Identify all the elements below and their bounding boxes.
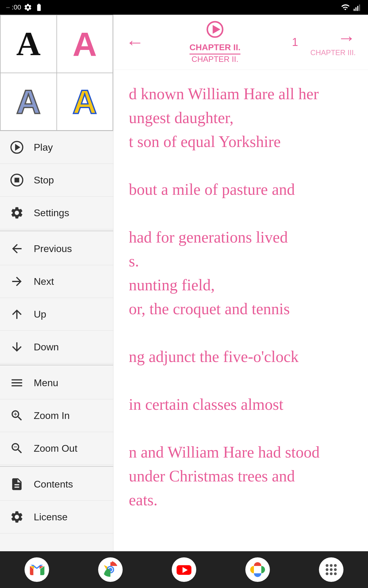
up-label: Up <box>34 309 46 320</box>
sidebar-item-previous[interactable]: Previous <box>0 232 113 265</box>
svg-point-24 <box>326 572 328 575</box>
previous-label: Previous <box>34 243 72 254</box>
sidebar-item-play[interactable]: Play <box>0 131 113 164</box>
svg-rect-0 <box>354 9 355 11</box>
zoom-in-label: Zoom In <box>34 410 70 421</box>
stop-icon <box>9 172 25 188</box>
nav-forward-arrow[interactable]: → <box>337 27 356 48</box>
settings-icon <box>9 205 25 221</box>
gmail-app-icon[interactable] <box>25 557 49 582</box>
page-number: 1 <box>286 36 304 49</box>
svg-point-19 <box>330 564 333 567</box>
photos-app-icon[interactable] <box>245 557 270 582</box>
svg-point-21 <box>326 568 328 571</box>
sidebar-item-zoom-out[interactable]: Zoom Out <box>0 432 113 465</box>
svg-point-18 <box>326 564 328 567</box>
svg-point-20 <box>334 564 337 567</box>
sidebar-item-up[interactable]: Up <box>0 298 113 331</box>
divider-1 <box>0 231 113 231</box>
content-area: ← CHAPTER II. CHAPTER II. 1 → CHAPTER II… <box>113 15 368 551</box>
sidebar-item-zoom-in[interactable]: Zoom In <box>0 399 113 432</box>
settings-label: Settings <box>34 207 69 219</box>
apps-grid-icon[interactable] <box>319 557 343 582</box>
svg-rect-7 <box>15 178 19 182</box>
chrome-app-icon[interactable] <box>98 557 123 582</box>
font-grid: A A A A <box>0 15 113 131</box>
menu-icon <box>9 375 25 390</box>
youtube-app-icon[interactable] <box>172 557 196 582</box>
sidebar-item-license[interactable]: License <box>0 501 113 533</box>
sidebar-item-menu[interactable]: Menu <box>0 367 113 399</box>
previous-icon <box>9 241 25 256</box>
font-letter-pink: A <box>73 24 97 63</box>
font-cell-black[interactable]: A <box>0 15 57 73</box>
up-icon <box>9 307 25 322</box>
sidebar-item-settings[interactable]: Settings <box>0 197 113 229</box>
reading-content: d known William Hare all her ungest daug… <box>113 70 368 551</box>
sidebar: A A A A Play <box>0 15 113 551</box>
contents-label: Contents <box>34 479 73 490</box>
reading-text: d known William Hare all her ungest daug… <box>129 82 353 512</box>
zoom-out-icon <box>9 441 25 456</box>
divider-2 <box>0 365 113 365</box>
nav-play-button[interactable] <box>206 20 224 43</box>
font-letter-blue-outline: A <box>16 82 40 121</box>
battery-status-icon <box>35 3 43 12</box>
sidebar-item-stop[interactable]: Stop <box>0 164 113 197</box>
svg-rect-2 <box>357 6 358 11</box>
top-nav: ← CHAPTER II. CHAPTER II. 1 → CHAPTER II… <box>113 15 368 70</box>
zoom-in-icon <box>9 408 25 423</box>
chapter-label: CHAPTER II. <box>190 43 240 55</box>
next-label: Next <box>34 276 54 287</box>
menu-section: Play Stop Settings <box>0 131 113 551</box>
font-letter-black: A <box>16 24 40 63</box>
font-cell-blue-outline[interactable]: A <box>0 73 57 131</box>
sidebar-item-contents[interactable]: Contents <box>0 468 113 501</box>
svg-point-23 <box>334 568 337 571</box>
bottom-bar <box>0 551 368 588</box>
zoom-out-label: Zoom Out <box>34 443 77 454</box>
play-icon <box>9 140 25 155</box>
license-icon <box>9 509 25 525</box>
main-layout: A A A A Play <box>0 15 368 551</box>
svg-point-25 <box>330 572 333 575</box>
status-bar: ·· :00 <box>0 0 368 15</box>
contents-icon <box>9 477 25 492</box>
svg-point-17 <box>256 568 259 571</box>
sidebar-item-down[interactable]: Down <box>0 331 113 364</box>
status-bar-right <box>340 3 362 12</box>
wifi-icon <box>340 3 350 12</box>
next-chapter-label: CHAPTER III. <box>310 48 356 57</box>
sidebar-item-next[interactable]: Next <box>0 265 113 298</box>
signal-icon <box>353 3 362 12</box>
svg-rect-1 <box>355 7 357 11</box>
down-label: Down <box>34 341 59 353</box>
stop-label: Stop <box>34 175 54 186</box>
nav-back-arrow[interactable]: ← <box>126 32 144 53</box>
status-bar-left: ·· :00 <box>6 3 43 12</box>
play-label: Play <box>34 142 53 153</box>
menu-label: Menu <box>34 377 58 389</box>
svg-point-26 <box>334 572 337 575</box>
chapter-sub: CHAPTER II. <box>191 55 238 64</box>
font-cell-yellow-blue[interactable]: A <box>57 73 113 131</box>
font-letter-yellow-blue: A <box>73 82 97 121</box>
settings-status-icon <box>24 3 32 12</box>
status-time: ·· :00 <box>6 3 21 11</box>
divider-3 <box>0 466 113 467</box>
license-label: License <box>34 511 67 523</box>
font-cell-pink[interactable]: A <box>57 15 113 73</box>
next-icon <box>9 274 25 289</box>
svg-marker-5 <box>16 145 19 149</box>
svg-marker-9 <box>213 26 219 32</box>
svg-point-22 <box>330 568 333 571</box>
down-icon <box>9 339 25 355</box>
svg-rect-3 <box>359 5 360 11</box>
